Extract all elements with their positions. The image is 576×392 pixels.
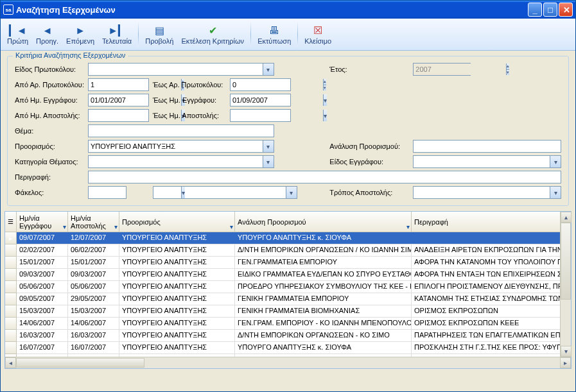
- dropdown-icon[interactable]: ▾: [286, 187, 297, 198]
- calendar-icon[interactable]: ▾: [323, 110, 327, 121]
- table-row[interactable]: 16/07/200716/07/2007ΥΠΟΥΡΓΕΙΟ ΑΝΑΠΤΥΞΗΣΥ…: [5, 342, 571, 354]
- col-header-analysis[interactable]: Ανάλυση Προορισμού▾: [235, 212, 412, 232]
- cell: ΓΕΝ.ΓΡΑΜ. ΕΜΠΟΡΙΟΥ - ΚΟ ΙΩΑΝΝΗ ΜΠΕΝΟΠΟΥΛ…: [235, 318, 412, 329]
- window-title: Αναζήτηση Εξερχομένων: [16, 5, 116, 15]
- scroll-thumb[interactable]: [16, 358, 144, 368]
- row-selector-header[interactable]: ☰: [5, 212, 17, 232]
- cell: 09/03/2007: [17, 269, 68, 280]
- next-button[interactable]: ►Επόμενη: [62, 20, 98, 49]
- last-icon: ►▎: [108, 24, 126, 37]
- proto-type-input[interactable]: [89, 64, 263, 75]
- cell: 16/07/2007: [68, 342, 119, 354]
- maximize-button[interactable]: □: [543, 3, 557, 17]
- row-indicator: [5, 318, 17, 330]
- row-indicator: [5, 269, 17, 281]
- cell: ΥΠΟΥΡΓΕΙΟ ΑΝΑΠΤΥΞΗΣ: [119, 244, 235, 256]
- table-row[interactable]: 15/03/200715/03/2007ΥΠΟΥΡΓΕΙΟ ΑΝΑΠΤΥΞΗΣΓ…: [5, 305, 571, 318]
- criteria-group: Κριτήρια Αναζήτησης Εξερχομένων Είδος Πρ…: [7, 56, 569, 206]
- filter-icon[interactable]: ▾: [114, 223, 118, 230]
- dropdown-icon[interactable]: ▾: [263, 64, 274, 75]
- last-button[interactable]: ►▎Τελευταία: [98, 20, 135, 49]
- cell: ΕΙΔΙΚΟ ΓΡΑΜΜΑΤΕΑ ΕΥΔ/ΕΠΑΝ ΚΟ ΣΠΥΡΟ ΕΥΣΤΑ…: [235, 269, 412, 280]
- vertical-scrollbar[interactable]: ▴ ▾: [560, 212, 571, 357]
- to-doc-input[interactable]: [231, 94, 323, 106]
- app-icon: sa: [3, 4, 13, 15]
- scroll-up-icon[interactable]: ▴: [561, 212, 572, 223]
- table-row[interactable]: 05/06/200705/06/2007ΥΠΟΥΡΓΕΙΟ ΑΝΑΠΤΥΞΗΣΠ…: [5, 281, 571, 293]
- table-row[interactable]: 23/05/200730/05/2007ΥΠΟΥΡΓΕΙΟ ΑΝΑΠΤΥΞΗΣΓ…: [5, 354, 571, 357]
- cell: ΥΠΟΥΡΓΕΙΟ ΑΝΑΠΤΥΞΗΣ: [119, 269, 235, 280]
- scroll-right-icon[interactable]: ▸: [560, 357, 571, 368]
- table-row[interactable]: 15/01/200715/01/2007ΥΠΟΥΡΓΕΙΟ ΑΝΑΠΤΥΞΗΣΓ…: [5, 257, 571, 269]
- cell: 06/02/2007: [68, 244, 119, 256]
- results-grid: ☰ Ημ/νία Εγγράφου▾ Ημ/νία Αποστολής▾ Προ…: [4, 211, 572, 369]
- scroll-down-icon[interactable]: ▾: [561, 346, 572, 357]
- label-proto-type: Είδος Πρωτοκόλου:: [13, 62, 86, 77]
- year-spinner[interactable]: ▴▾: [506, 64, 509, 75]
- label-send-mode: Τρόπος Αποστολής:: [327, 185, 411, 200]
- cell: ΓΕΝΙΚΗ ΓΡΑΜΜΑΤΕΙΑ ΒΙΟΜΗΧΑΝΙΑΣ: [235, 305, 412, 317]
- print-button[interactable]: 🖶Εκτύπωση: [254, 20, 295, 49]
- dest-analysis-input[interactable]: [414, 141, 561, 152]
- dropdown-icon[interactable]: ▾: [550, 156, 561, 167]
- scroll-thumb[interactable]: [561, 223, 571, 300]
- cell: 09/05/2007: [17, 293, 68, 305]
- horizontal-scrollbar[interactable]: ◂ ▸: [5, 357, 571, 368]
- prev-button[interactable]: ◄Προηγ.: [32, 20, 62, 49]
- row-indicator: [5, 305, 17, 318]
- subj-cat-input[interactable]: [89, 156, 263, 167]
- table-row[interactable]: 14/06/200714/06/2007ΥΠΟΥΡΓΕΙΟ ΑΝΑΠΤΥΞΗΣΓ…: [5, 318, 571, 330]
- cell: 02/02/2007: [17, 244, 68, 256]
- row-indicator: [5, 281, 17, 293]
- filter-icon[interactable]: ▾: [63, 223, 66, 230]
- send-mode-input[interactable]: [414, 187, 550, 198]
- row-indicator: [5, 257, 17, 269]
- cell: ΑΦΟΡΑ ΤΗΝ ΕΝΤΑΞΗ ΤΩΝ ΕΠΙΧΕΙΡΗΣΕΩΝ ΣΤΑ ΣΥ…: [412, 269, 561, 280]
- col-header-date-send[interactable]: Ημ/νία Αποστολής▾: [68, 212, 119, 232]
- col-header-dest[interactable]: Προορισμός▾: [119, 212, 235, 232]
- to-send-input[interactable]: [231, 110, 323, 121]
- criteria-legend: Κριτήρια Αναζήτησης Εξερχομένων: [13, 51, 128, 59]
- filter-icon[interactable]: ▾: [230, 223, 233, 230]
- cell: Δ/ΝΤΗ ΕΜΠΟΡΙΚΩΝ ΟΡΓΑΝΩΣΕΩΝ - ΚΟ ΣΙΜΟ: [235, 330, 412, 341]
- close-button[interactable]: ☒Κλείσιμο: [301, 20, 335, 49]
- cell: 15/01/2007: [17, 257, 68, 268]
- view-button[interactable]: ▤Προβολή: [141, 20, 177, 49]
- table-row[interactable]: 02/02/200706/02/2007ΥΠΟΥΡΓΕΙΟ ΑΝΑΠΤΥΞΗΣΔ…: [5, 244, 571, 257]
- col-header-date-doc[interactable]: Ημ/νία Εγγράφου▾: [17, 212, 68, 232]
- label-from-send: Από Ημ. Αποστολής:: [13, 108, 86, 123]
- filter-icon[interactable]: ▾: [406, 223, 410, 230]
- cell: ΟΡΙΣΜΟΣ ΕΚΠΡΟΣΩΠΩΝ: [412, 305, 561, 317]
- table-row[interactable]: ▸09/07/200712/07/2007ΥΠΟΥΡΓΕΙΟ ΑΝΑΠΤΥΞΗΣ…: [5, 232, 571, 244]
- run-criteria-button[interactable]: ✔Εκτέλεση Κριτηρίων: [177, 20, 248, 49]
- folder2-input[interactable]: [153, 187, 286, 198]
- label-from-no: Από Αρ. Πρωτοκόλου:: [13, 77, 86, 92]
- dropdown-icon[interactable]: ▾: [263, 156, 274, 167]
- dest-input[interactable]: [89, 141, 263, 152]
- scroll-left-icon[interactable]: ◂: [5, 357, 16, 368]
- cell: 09/03/2007: [68, 269, 119, 280]
- cell: 30/05/2007: [68, 354, 119, 357]
- dropdown-icon[interactable]: ▾: [550, 187, 561, 198]
- cell: ΥΠΟΥΡΓΟ ΑΝΑΠΤΥΞΗΣ κ. ΣΙΟΥΦΑ: [235, 342, 412, 354]
- desc-input[interactable]: [89, 171, 561, 183]
- to-no-spinner[interactable]: ▴▾: [323, 79, 326, 90]
- table-row[interactable]: 09/03/200709/03/2007ΥΠΟΥΡΓΕΙΟ ΑΝΑΠΤΥΞΗΣΕ…: [5, 269, 571, 281]
- label-dest: Προορισμός:: [13, 139, 86, 154]
- cell: 15/03/2007: [68, 305, 119, 317]
- dropdown-icon[interactable]: ▾: [263, 141, 274, 152]
- calendar-icon[interactable]: ▾: [323, 94, 327, 106]
- cell: ΟΡΙΣΜΟΣ ΕΚΠΡΟΣΩΠΩΝ ΚΕΕΕ: [412, 318, 561, 329]
- doc-type-input[interactable]: [414, 156, 550, 167]
- table-row[interactable]: 16/03/200716/03/2007ΥΠΟΥΡΓΕΙΟ ΑΝΑΠΤΥΞΗΣΔ…: [5, 330, 571, 342]
- row-indicator: [5, 293, 17, 305]
- first-button[interactable]: ▎◄Πρώτη: [3, 20, 32, 49]
- cell: ΤΡΙΜΕΛΗΣ ΕΠΙΤΡΟΠΗΣ ΓΙΑ ΤΗΝ ΠΑΡΑΚΟΛΟΥΘΗΣΗ: [412, 354, 561, 357]
- col-header-desc[interactable]: Περιγραφή: [412, 212, 561, 232]
- close-window-button[interactable]: ✕: [559, 3, 573, 17]
- subject-input[interactable]: [89, 125, 274, 137]
- table-row[interactable]: 09/05/200729/05/2007ΥΠΟΥΡΓΕΙΟ ΑΝΑΠΤΥΞΗΣΓ…: [5, 293, 571, 305]
- minimize-button[interactable]: _: [528, 3, 542, 17]
- toolbar: ▎◄Πρώτη ◄Προηγ. ►Επόμενη ►▎Τελευταία ▤Πρ…: [1, 19, 575, 51]
- to-no-input[interactable]: [231, 79, 323, 90]
